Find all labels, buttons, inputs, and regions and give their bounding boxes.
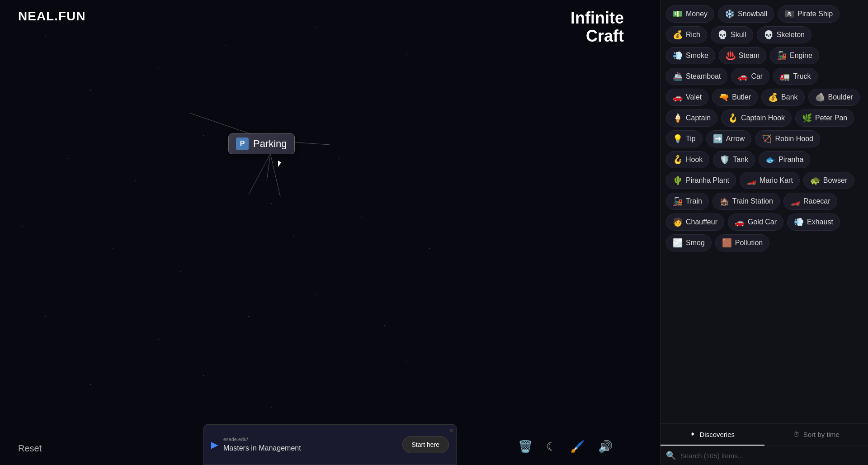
item-chip[interactable]: 🔫Butler bbox=[712, 89, 758, 106]
item-chip[interactable]: ❄️Snowball bbox=[718, 5, 774, 23]
item-label: Smoke bbox=[686, 52, 708, 60]
ad-cta-button[interactable]: Start here bbox=[402, 436, 449, 453]
item-emoji: 🪨 bbox=[815, 92, 825, 102]
item-emoji: 🐢 bbox=[810, 176, 820, 185]
svg-line-3 bbox=[249, 154, 270, 195]
item-label: Chauffeur bbox=[686, 218, 717, 226]
parking-element[interactable]: P Parking bbox=[228, 133, 295, 154]
item-label: Butler bbox=[732, 93, 751, 101]
item-chip[interactable]: 🚂Train bbox=[666, 193, 709, 210]
item-chip[interactable]: 💨Smoke bbox=[666, 47, 715, 64]
item-chip[interactable]: 🟫Pollution bbox=[715, 234, 769, 251]
item-chip[interactable]: 🚛Truck bbox=[773, 68, 817, 85]
item-label: Peter Pan bbox=[815, 114, 847, 122]
item-emoji: 💵 bbox=[673, 9, 683, 19]
ad-close[interactable]: ✕ bbox=[449, 427, 453, 434]
item-emoji: 💨 bbox=[794, 217, 804, 227]
item-emoji: 💡 bbox=[673, 134, 683, 144]
item-emoji: 🚗 bbox=[673, 92, 683, 102]
item-chip[interactable]: 🐟Piranha bbox=[759, 151, 810, 168]
item-chip[interactable]: 🪨Boulder bbox=[808, 89, 860, 106]
item-chip[interactable]: 🏹Robin Hood bbox=[755, 130, 820, 147]
item-label: Robin Hood bbox=[775, 135, 813, 143]
search-input[interactable] bbox=[680, 452, 863, 460]
discoveries-icon: ✦ bbox=[690, 430, 696, 438]
item-emoji: 💀 bbox=[764, 30, 774, 40]
item-chip[interactable]: 🧑Chauffeur bbox=[666, 214, 724, 231]
item-chip[interactable]: 🌫️Smog bbox=[666, 234, 712, 251]
logo: NEAL.FUN bbox=[18, 9, 86, 24]
item-emoji: 💰 bbox=[673, 30, 683, 40]
item-chip[interactable]: 🏎️Mario Kart bbox=[740, 172, 800, 189]
item-label: Arrow bbox=[726, 135, 745, 143]
bottom-controls: 🗑️ ☾ 🖌️ 🔊 bbox=[516, 437, 615, 456]
item-chip[interactable]: 🚗Car bbox=[731, 68, 769, 85]
item-label: Steamboat bbox=[686, 72, 721, 81]
brush-button[interactable]: 🖌️ bbox=[568, 437, 587, 456]
ad-banner: ▶ esade.edu/ Masters in Management Start… bbox=[203, 424, 457, 465]
item-emoji: 🟫 bbox=[722, 238, 732, 248]
parking-icon: P bbox=[236, 138, 249, 150]
item-emoji: 🚗 bbox=[738, 71, 748, 81]
item-emoji: 🏎️ bbox=[746, 176, 756, 185]
item-emoji: 🏹 bbox=[762, 134, 772, 144]
item-emoji: 💰 bbox=[768, 92, 778, 102]
item-label: Pirate Ship bbox=[797, 10, 833, 18]
item-chip[interactable]: ♨️Steam bbox=[719, 47, 766, 64]
item-chip[interactable]: 🚗Valet bbox=[666, 89, 708, 106]
item-chip[interactable]: 💡Tip bbox=[666, 130, 703, 147]
canvas[interactable]: NEAL.FUN Infinite Craft P Parking Reset … bbox=[0, 0, 660, 465]
item-label: Smog bbox=[686, 239, 705, 247]
item-emoji: ♨️ bbox=[726, 51, 736, 61]
item-chip[interactable]: 🪝Hook bbox=[666, 151, 709, 168]
tab-discoveries[interactable]: ✦ Discoveries bbox=[660, 424, 764, 446]
ad-arrow-icon: ▶ bbox=[211, 439, 218, 450]
item-chip[interactable]: 🛡️Tank bbox=[713, 151, 755, 168]
item-emoji: 🏚️ bbox=[719, 196, 729, 206]
item-emoji: 🌵 bbox=[673, 176, 683, 185]
item-chip[interactable]: 🚢Steamboat bbox=[666, 68, 727, 85]
item-emoji: 🚂 bbox=[673, 196, 683, 206]
item-chip[interactable]: ➡️Arrow bbox=[706, 130, 752, 147]
item-emoji: 🔫 bbox=[719, 92, 729, 102]
item-label: Truck bbox=[793, 72, 811, 81]
item-chip[interactable]: 🍦Captain bbox=[666, 109, 717, 127]
item-emoji: 💨 bbox=[673, 51, 683, 61]
discoveries-label: Discoveries bbox=[699, 431, 735, 438]
item-chip[interactable]: 💀Skeleton bbox=[757, 26, 811, 43]
item-chip[interactable]: 🐢Bowser bbox=[803, 172, 854, 189]
item-emoji: 🌫️ bbox=[673, 238, 683, 248]
item-chip[interactable]: 🏚️Train Station bbox=[712, 193, 780, 210]
item-chip[interactable]: 🏎️Racecar bbox=[783, 193, 837, 210]
item-label: Captain Hook bbox=[741, 114, 785, 122]
item-chip[interactable]: 🚂Engine bbox=[770, 47, 819, 64]
item-label: Valet bbox=[686, 93, 702, 101]
tab-sort-by-time[interactable]: ⏱ Sort by time bbox=[764, 424, 868, 446]
item-chip[interactable]: 🌿Peter Pan bbox=[795, 109, 854, 127]
item-chip[interactable]: 💰Bank bbox=[761, 89, 804, 106]
cursor bbox=[278, 161, 287, 170]
item-label: Boulder bbox=[828, 93, 853, 101]
item-chip[interactable]: 🚗Gold Car bbox=[728, 214, 783, 231]
sidebar-bottom: ✦ Discoveries ⏱ Sort by time 🔍 bbox=[660, 423, 868, 465]
item-chip[interactable]: 💀Skull bbox=[711, 26, 753, 43]
item-chip[interactable]: 🏴‍☠️Pirate Ship bbox=[778, 5, 840, 23]
svg-line-2 bbox=[267, 154, 270, 181]
dark-mode-button[interactable]: ☾ bbox=[544, 437, 559, 456]
item-chip[interactable]: 🌵Piranha Plant bbox=[666, 172, 736, 189]
item-emoji: 🐟 bbox=[765, 155, 775, 165]
item-chip[interactable]: 💨Exhaust bbox=[787, 214, 840, 231]
item-label: Bank bbox=[781, 93, 797, 101]
item-emoji: ❄️ bbox=[725, 9, 735, 19]
item-emoji: 🏎️ bbox=[790, 196, 800, 206]
item-chip[interactable]: 💵Money bbox=[666, 5, 714, 23]
item-emoji: ➡️ bbox=[713, 134, 723, 144]
item-label: Mario Kart bbox=[760, 176, 793, 185]
sound-button[interactable]: 🔊 bbox=[596, 437, 615, 456]
item-chip[interactable]: 🪝Captain Hook bbox=[721, 109, 792, 127]
item-label: Tank bbox=[733, 156, 748, 164]
item-chip[interactable]: 💰Rich bbox=[666, 26, 707, 43]
search-icon: 🔍 bbox=[666, 451, 676, 460]
trash-button[interactable]: 🗑️ bbox=[516, 437, 535, 456]
reset-button[interactable]: Reset bbox=[18, 443, 42, 454]
